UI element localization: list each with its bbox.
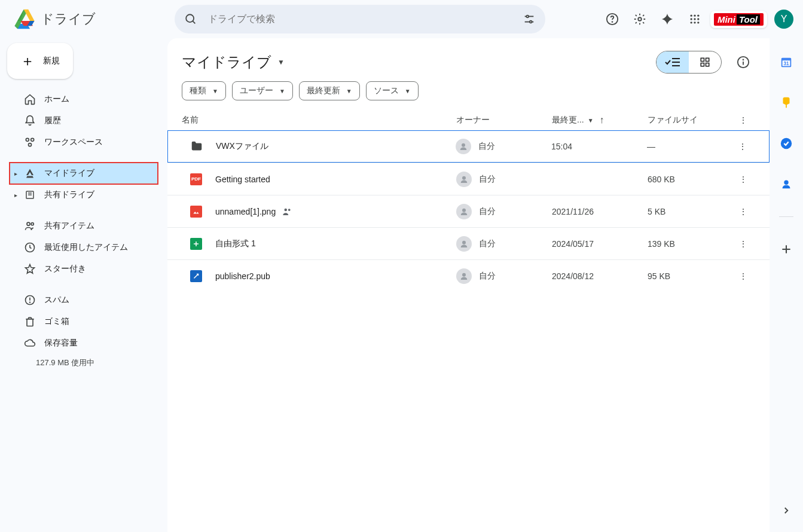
svg-point-24: [27, 222, 30, 225]
sidebar-item-shared-drives[interactable]: 共有ドライブ: [10, 184, 158, 206]
table-row[interactable]: VWXファイル自分15:04—⋮: [167, 130, 770, 163]
file-name: publisher2.pub: [215, 271, 456, 281]
column-actions[interactable]: ⋮: [731, 115, 755, 125]
file-size: 139 KB: [648, 239, 731, 249]
account-avatar[interactable]: Y: [774, 10, 793, 29]
file-size: 5 KB: [648, 207, 731, 216]
search-options-icon[interactable]: [523, 13, 536, 26]
image-icon: [189, 206, 203, 218]
sidebar-item-shared-with-me[interactable]: 共有アイテム: [10, 215, 158, 237]
row-more-icon[interactable]: ⋮: [731, 271, 755, 281]
new-button[interactable]: ＋ 新規: [7, 43, 73, 79]
apps-icon[interactable]: [683, 7, 707, 31]
sidebar-item-workspaces[interactable]: ワークスペース: [10, 132, 158, 153]
svg-point-12: [690, 18, 692, 20]
svg-point-18: [26, 138, 29, 141]
new-button-label: 新規: [43, 56, 60, 66]
file-name: 自由形式 1: [215, 239, 456, 249]
owner-avatar-icon: [456, 204, 472, 219]
workspace-icon: [24, 136, 36, 148]
home-icon: [24, 93, 36, 105]
table-row[interactable]: publisher2.pub自分2024/08/1295 KB⋮: [167, 259, 770, 292]
column-size[interactable]: ファイルサイ: [648, 115, 731, 126]
sidebar-item-home[interactable]: ホーム: [10, 88, 158, 110]
filter-type[interactable]: 種類▼: [182, 81, 226, 100]
owner-avatar-icon: [456, 172, 472, 187]
contacts-icon[interactable]: [774, 172, 798, 196]
tasks-icon[interactable]: [774, 132, 798, 155]
table-row[interactable]: 自由形式 1自分2024/05/17139 KB⋮: [167, 227, 770, 259]
calendar-icon[interactable]: 31: [774, 50, 798, 74]
people-icon: [24, 220, 36, 232]
svg-point-54: [784, 181, 788, 185]
filter-user[interactable]: ユーザー▼: [232, 81, 293, 100]
sidebar-item-my-drive[interactable]: マイドライブ: [10, 163, 158, 184]
add-addon-icon[interactable]: [774, 237, 798, 261]
filter-source[interactable]: ソース▼: [366, 81, 419, 100]
sidebar-item-starred[interactable]: スター付き: [10, 258, 158, 280]
chevron-down-icon: ▼: [588, 117, 594, 124]
search-input[interactable]: [208, 14, 523, 25]
svg-point-7: [612, 22, 612, 22]
sheet-icon: [189, 238, 203, 250]
row-more-icon[interactable]: ⋮: [731, 239, 755, 249]
help-icon[interactable]: [600, 7, 624, 31]
sort-arrow-icon[interactable]: ↑: [600, 115, 604, 126]
svg-point-40: [462, 143, 465, 147]
file-owner: 自分: [456, 172, 552, 187]
sidebar-item-storage[interactable]: 保存容量: [10, 332, 158, 354]
file-owner: 自分: [456, 268, 552, 284]
list-view-button[interactable]: [657, 51, 689, 73]
file-name: Getting started: [215, 175, 456, 184]
clock-icon: [24, 241, 36, 253]
svg-point-9: [690, 15, 692, 17]
chevron-down-icon: ▼: [405, 88, 411, 94]
table-row[interactable]: PDFGetting started自分680 KB⋮: [167, 163, 770, 195]
row-more-icon[interactable]: ⋮: [731, 142, 755, 151]
my-drive-icon: [24, 168, 36, 179]
column-name[interactable]: 名前: [182, 115, 456, 126]
svg-rect-34: [706, 58, 709, 61]
sidebar-item-activity[interactable]: 履歴: [10, 110, 158, 132]
row-more-icon[interactable]: ⋮: [731, 175, 755, 184]
sidebar-item-trash[interactable]: ゴミ箱: [10, 311, 158, 332]
svg-point-25: [31, 223, 33, 225]
svg-rect-36: [706, 63, 709, 66]
svg-point-43: [288, 209, 291, 211]
svg-point-48: [462, 273, 466, 276]
details-icon[interactable]: [731, 50, 755, 74]
svg-point-8: [638, 17, 642, 21]
settings-icon[interactable]: [628, 7, 652, 31]
folder-icon: [190, 140, 204, 153]
svg-point-16: [694, 22, 695, 23]
collapse-panel-icon[interactable]: [774, 499, 798, 522]
table-header: 名前 オーナー 最終更...▼↑ ファイルサイ ⋮: [167, 110, 770, 130]
column-modified[interactable]: 最終更...▼↑: [552, 115, 648, 126]
svg-rect-35: [701, 63, 704, 66]
app-title[interactable]: ドライブ: [41, 10, 96, 28]
file-size: —: [647, 142, 731, 151]
owner-avatar-icon: [456, 236, 472, 252]
keep-icon[interactable]: [774, 91, 798, 115]
page-title-dropdown[interactable]: マイドライブ ▼: [182, 53, 285, 72]
gemini-icon[interactable]: [655, 7, 679, 31]
table-row[interactable]: unnamed[1].png 自分2021/11/265 KB⋮: [167, 195, 770, 227]
file-modified: 2024/05/17: [552, 239, 648, 249]
sidebar-item-recent[interactable]: 最近使用したアイテム: [10, 237, 158, 258]
file-modified: 2024/08/12: [552, 271, 648, 281]
svg-text:31: 31: [783, 61, 789, 66]
file-owner: 自分: [456, 204, 552, 219]
filter-modified[interactable]: 最終更新▼: [299, 81, 360, 100]
svg-point-44: [462, 208, 466, 212]
chevron-down-icon: ▼: [279, 88, 285, 94]
file-size: 680 KB: [648, 175, 731, 184]
search-bar[interactable]: [175, 5, 545, 33]
svg-rect-52: [786, 105, 787, 108]
minitool-extension[interactable]: MiniTool: [710, 11, 767, 28]
sidebar-item-spam[interactable]: スパム: [10, 289, 158, 311]
star-icon: [24, 263, 36, 275]
column-owner[interactable]: オーナー: [456, 115, 552, 126]
drive-logo-icon[interactable]: [12, 7, 36, 31]
row-more-icon[interactable]: ⋮: [731, 207, 755, 216]
grid-view-button[interactable]: [689, 51, 721, 73]
